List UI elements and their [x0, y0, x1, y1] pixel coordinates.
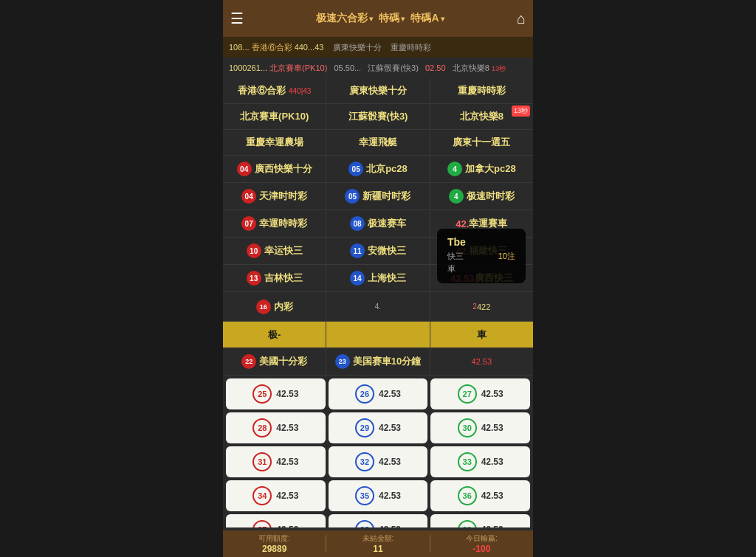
overlay-title: Tbe — [447, 236, 515, 248]
bet-number: 37 — [252, 520, 272, 527]
game-cell-lucky-time[interactable]: 07 幸運時時彩 — [223, 210, 326, 237]
game-cell-speed-race[interactable]: 08 极速赛车 — [326, 210, 430, 237]
footer-today: 今日輸贏: -100 — [430, 533, 533, 554]
game-cell-che[interactable]: 車 — [430, 322, 533, 347]
home-icon[interactable]: ⌂ — [517, 10, 526, 27]
ticker-row-2: 1000261... 北京賽車(PK10) 05.50... 江蘇骰賽(快3) … — [223, 58, 533, 78]
bet-grid: 25 42.53 26 42.53 27 42.53 28 42.53 — [223, 376, 533, 527]
bet-item-32[interactable]: 32 42.53 — [329, 446, 428, 477]
footer-unsettled: 未結金額: 11 — [326, 533, 429, 554]
bet-number: 26 — [355, 384, 374, 404]
game-row: 香港⑥合彩 440|43 廣東快樂十分 重慶時時彩 — [223, 78, 533, 104]
game-cell-bj8[interactable]: 北京快樂8 13秒 — [430, 104, 533, 129]
overlay-row-1: 快三 10注 — [447, 251, 515, 262]
bet-item-35[interactable]: 35 42.53 — [329, 480, 428, 511]
footer-available: 可用額度: 29889 — [223, 533, 326, 554]
game-cell-lucky3[interactable]: 10 幸运快三 — [223, 238, 326, 264]
bet-number: 33 — [458, 452, 477, 471]
game-cell-cq[interactable]: 重慶時時彩 — [430, 78, 533, 103]
game-cell-us-race[interactable]: 23 美国赛車10分鐘 — [326, 348, 430, 375]
game-cell-bjpc28[interactable]: 05 北京pc28 — [326, 156, 430, 182]
overlay-popup: Tbe 快三 10注 車 — [437, 229, 526, 283]
footer-available-label: 可用額度: — [258, 533, 290, 544]
nav-item-lotto[interactable]: 极速六合彩 ▾ — [316, 12, 373, 25]
game-cell-inner2[interactable]: 4. — [326, 292, 430, 321]
header-nav: 极速六合彩 ▾ 特碼 ▾ 特碼A ▾ — [316, 12, 444, 25]
game-cell-hk[interactable]: 香港⑥合彩 440|43 — [223, 78, 326, 103]
game-cell-boat[interactable]: 幸運飛艇 — [326, 130, 430, 155]
ticker-text-2: 1000261... 北京賽車(PK10) 05.50... 江蘇骰賽(快3) … — [229, 63, 506, 74]
bet-item-34[interactable]: 34 42.53 — [226, 480, 326, 511]
bet-item-30[interactable]: 30 42.53 — [430, 412, 530, 443]
game-cell-ji-[interactable]: 极- — [223, 322, 326, 347]
bet-item-26[interactable]: 26 42.53 — [329, 378, 428, 409]
game-row-4: 04 廣西快樂十分 05 北京pc28 4 加拿大pc28 — [223, 156, 533, 183]
footer: 可用額度: 29889 未結金額: 11 今日輸贏: -100 — [223, 530, 533, 557]
bet-number: 36 — [458, 486, 477, 505]
bet-item-33[interactable]: 33 42.53 — [430, 446, 530, 477]
game-cell-bj-race[interactable]: 北京賽車(PK10) — [223, 104, 326, 129]
game-cell-empty[interactable] — [326, 322, 430, 347]
game-cell-us10[interactable]: 22 美國十分彩 — [223, 348, 326, 375]
game-row-2: 北京賽車(PK10) 江蘇骰賽(快3) 北京快樂8 13秒 — [223, 104, 533, 130]
bet-number: 31 — [252, 452, 272, 471]
footer-available-value: 29889 — [262, 544, 286, 554]
game-cell-gd[interactable]: 廣東快樂十分 — [326, 78, 430, 103]
bet-item-27[interactable]: 27 42.53 — [430, 378, 530, 409]
game-cell-nei[interactable]: 16 内彩 — [223, 292, 326, 321]
bet-item-39[interactable]: 39 42.53 — [430, 514, 530, 527]
bet-row-3: 31 42.53 32 42.53 33 42.53 — [226, 446, 530, 477]
bet-row-2: 28 42.53 29 42.53 30 42.53 — [226, 412, 530, 443]
game-row-inner-2: 极- 車 — [223, 322, 533, 348]
game-grid: 香港⑥合彩 440|43 廣東快樂十分 重慶時時彩 北京賽車(PK10) 江蘇骰… — [223, 78, 533, 376]
app-container: ☰ 极速六合彩 ▾ 特碼 ▾ 特碼A ▾ ⌂ 108... 香港⑥合彩 440.… — [223, 0, 533, 557]
footer-today-value: -100 — [472, 544, 490, 554]
game-cell-sh3[interactable]: 14 上海快三 — [326, 265, 430, 291]
game-row-3: 重慶幸運農場 幸運飛艇 廣東十一選五 — [223, 130, 533, 156]
bet-number: 32 — [355, 452, 374, 471]
bet-number: 25 — [252, 384, 272, 404]
game-row-inner-1: 16 内彩 4. 2 422 — [223, 292, 533, 322]
bet-row-5: 37 42.53 38 42.53 39 42.53 — [226, 514, 530, 527]
bet-item-37[interactable]: 37 42.53 — [226, 514, 326, 527]
bet-item-29[interactable]: 29 42.53 — [329, 412, 428, 443]
footer-today-label: 今日輸贏: — [466, 533, 498, 544]
bet-number: 38 — [355, 520, 374, 527]
game-cell-aw3[interactable]: 11 安微快三 — [326, 238, 430, 264]
game-cell-js[interactable]: 江蘇骰賽(快3) — [326, 104, 430, 129]
bet-number: 27 — [458, 384, 477, 404]
footer-unsettled-label: 未結金額: — [362, 533, 394, 544]
bet-item-38[interactable]: 38 42.53 — [329, 514, 428, 527]
bet-item-31[interactable]: 31 42.53 — [226, 446, 326, 477]
footer-unsettled-value: 11 — [373, 544, 382, 554]
bet-item-25[interactable]: 25 42.53 — [226, 378, 326, 409]
bet-item-36[interactable]: 36 42.53 — [430, 480, 530, 511]
bet-number: 30 — [458, 418, 477, 437]
game-cell-gd11[interactable]: 廣東十一選五 — [430, 130, 533, 155]
overlay-row-2: 車 — [447, 263, 515, 274]
game-cell-speed[interactable]: 4 极速时时彩 — [430, 183, 533, 210]
game-row-us: 22 美國十分彩 23 美国赛車10分鐘 42.53 — [223, 348, 533, 376]
game-cell-canada-pc28[interactable]: 4 加拿大pc28 — [430, 156, 533, 182]
header: ☰ 极速六合彩 ▾ 特碼 ▾ 特碼A ▾ ⌂ — [223, 0, 533, 37]
bet-number: 28 — [252, 418, 272, 437]
game-cell-xj[interactable]: 05 新疆时时彩 — [326, 183, 430, 210]
game-row-5: 04 天津时时彩 05 新疆时时彩 4 极速时时彩 — [223, 183, 533, 210]
nav-item-special[interactable]: 特碼 ▾ — [379, 12, 405, 25]
bet-number: 34 — [252, 486, 272, 505]
bet-row-1: 25 42.53 26 42.53 27 42.53 — [226, 378, 530, 409]
bet-number: 35 — [355, 486, 374, 505]
bet-item-28[interactable]: 28 42.53 — [226, 412, 326, 443]
game-cell-us-val[interactable]: 42.53 — [430, 348, 533, 375]
game-cell-tj[interactable]: 04 天津时时彩 — [223, 183, 326, 210]
timer-badge: 13秒 — [512, 105, 530, 117]
game-cell-gx10[interactable]: 04 廣西快樂十分 — [223, 156, 326, 182]
game-cell-inner3[interactable]: 2 422 — [430, 292, 533, 321]
game-cell-cq-farm[interactable]: 重慶幸運農場 — [223, 130, 326, 155]
game-cell-jl3[interactable]: 13 吉林快三 — [223, 265, 326, 291]
bet-number: 39 — [458, 520, 477, 527]
nav-item-special-a[interactable]: 特碼A ▾ — [410, 12, 444, 25]
bet-number: 29 — [355, 418, 374, 437]
menu-icon[interactable]: ☰ — [230, 10, 244, 27]
ticker-text: 108... 香港⑥合彩 440...43 廣東快樂十分 重慶時時彩 — [229, 42, 431, 53]
